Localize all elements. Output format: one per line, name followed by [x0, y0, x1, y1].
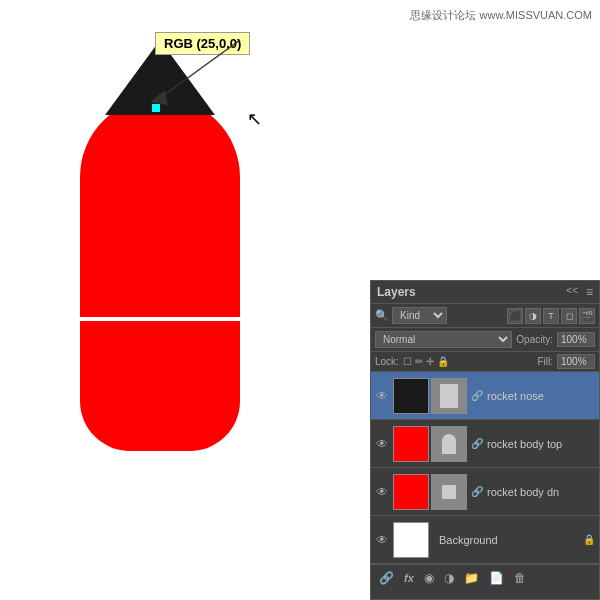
rocket: [60, 40, 260, 451]
opacity-label: Opacity:: [516, 334, 553, 345]
layer-link-icon: 🔗: [471, 486, 483, 497]
layer-thumbnail-group: [393, 522, 429, 558]
lock-row: Lock: ☐ ✏ ✛ 🔒 Fill:: [371, 352, 599, 372]
lock-icon: 🔒: [583, 534, 595, 545]
layer-name: rocket nose: [487, 390, 595, 402]
lock-pixels-btn[interactable]: ☐: [403, 356, 412, 367]
link-layers-btn[interactable]: 🔗: [377, 569, 396, 587]
blend-row: Normal Opacity:: [371, 328, 599, 352]
layers-panel-header: Layers << ≡: [371, 281, 599, 304]
layer-name: rocket body top: [487, 438, 595, 450]
panel-collapse-btn[interactable]: <<: [566, 285, 578, 299]
watermark: 思缘设计论坛 www.MISSVUAN.COM: [410, 8, 592, 23]
layer-item[interactable]: 👁 🔗 rocket body dn: [371, 468, 599, 516]
color-tooltip: RGB (25,0,0): [155, 32, 250, 55]
layer-name: Background: [439, 534, 579, 546]
cursor: ↖: [247, 108, 262, 130]
lock-move-btn[interactable]: ✛: [426, 356, 434, 367]
filter-adj-btn[interactable]: ◑: [525, 308, 541, 324]
lock-label: Lock:: [375, 356, 399, 367]
new-layer-btn[interactable]: 📄: [487, 569, 506, 587]
layer-thumbnail: [393, 426, 429, 462]
delete-layer-btn[interactable]: 🗑: [512, 569, 528, 587]
layer-link-icon: 🔗: [471, 438, 483, 449]
layer-thumbnail: [393, 474, 429, 510]
visibility-eye-icon[interactable]: 👁: [375, 437, 389, 451]
layer-mask-thumbnail: [431, 474, 467, 510]
layer-thumbnail-group: [393, 474, 467, 510]
kind-dropdown[interactable]: Kind: [392, 307, 447, 324]
rocket-divider: [80, 317, 240, 321]
panel-header-controls: << ≡: [566, 285, 593, 299]
visibility-eye-icon[interactable]: 👁: [375, 389, 389, 403]
blend-mode-dropdown[interactable]: Normal: [375, 331, 512, 348]
layer-thumbnail: [393, 522, 429, 558]
panel-toolbar: 🔗 fx ◉ ◑ 📁 📄 🗑: [371, 564, 599, 591]
layer-mask-thumbnail: [431, 378, 467, 414]
layer-mask-thumbnail: [431, 426, 467, 462]
filter-px-btn[interactable]: ⬛: [507, 308, 523, 324]
lock-icons: ☐ ✏ ✛ 🔒: [403, 356, 449, 367]
layer-thumbnail: [393, 378, 429, 414]
layer-item[interactable]: 👁 🔗 rocket nose: [371, 372, 599, 420]
layer-fx-btn[interactable]: fx: [402, 570, 416, 586]
layers-list: 👁 🔗 rocket nose 👁 🔗 rocket body top: [371, 372, 599, 564]
fill-input[interactable]: [557, 354, 595, 369]
panel-menu-btn[interactable]: ≡: [586, 285, 593, 299]
search-icon: 🔍: [375, 309, 389, 322]
filter-text-btn[interactable]: T: [543, 308, 559, 324]
layers-panel-title: Layers: [377, 285, 416, 299]
rocket-body-top-shape: [80, 97, 240, 317]
layer-thumbnail-group: [393, 426, 467, 462]
rocket-body-bottom-shape: [80, 321, 240, 451]
layer-name: rocket body dn: [487, 486, 595, 498]
add-mask-btn[interactable]: ◉: [422, 569, 436, 587]
layer-thumbnail-group: [393, 378, 467, 414]
filter-icon-buttons: ⬛ ◑ T ◻ 🎬: [507, 308, 595, 324]
opacity-input[interactable]: [557, 332, 595, 347]
filter-row: 🔍 Kind ⬛ ◑ T ◻ 🎬: [371, 304, 599, 328]
layers-panel: Layers << ≡ 🔍 Kind ⬛ ◑ T ◻ 🎬 Normal Opac…: [370, 280, 600, 600]
new-group-btn[interactable]: 📁: [462, 569, 481, 587]
nose-highlight: [152, 104, 160, 112]
new-adjustment-btn[interactable]: ◑: [442, 569, 456, 587]
filter-shape-btn[interactable]: ◻: [561, 308, 577, 324]
layer-link-icon: 🔗: [471, 390, 483, 401]
canvas-area: RGB (25,0,0) ↖: [0, 0, 370, 600]
lock-all-btn[interactable]: 🔒: [437, 356, 449, 367]
filter-sm-btn[interactable]: 🎬: [579, 308, 595, 324]
lock-paint-btn[interactable]: ✏: [415, 356, 423, 367]
visibility-eye-icon[interactable]: 👁: [375, 533, 389, 547]
fill-label: Fill:: [537, 356, 553, 367]
visibility-eye-icon[interactable]: 👁: [375, 485, 389, 499]
layer-item[interactable]: 👁 Background 🔒: [371, 516, 599, 564]
layer-item[interactable]: 👁 🔗 rocket body top: [371, 420, 599, 468]
